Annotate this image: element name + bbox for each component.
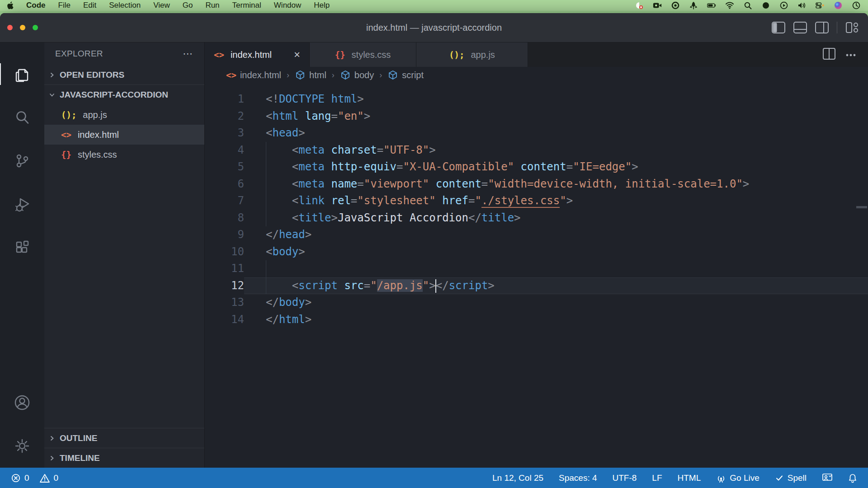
toggle-panel-icon[interactable] — [793, 22, 807, 33]
menu-window[interactable]: Window — [268, 1, 307, 9]
toggle-primary-sidebar-icon[interactable] — [772, 22, 785, 33]
customize-layout-icon[interactable] — [845, 22, 859, 33]
menu-selection[interactable]: Selection — [103, 1, 147, 9]
status-go-live[interactable]: Go Live — [716, 473, 759, 483]
toggle-secondary-sidebar-icon[interactable] — [815, 22, 829, 33]
timeline-label: TIMELINE — [60, 453, 100, 463]
status-spaces-4[interactable]: Spaces: 4 — [559, 473, 597, 483]
token: DOCTYPE html — [279, 93, 357, 105]
token — [514, 160, 520, 173]
menubar-rocket-icon[interactable] — [689, 1, 698, 9]
menubar-control-center-icon[interactable] — [816, 1, 825, 9]
breadcrumb-body[interactable]: body — [340, 70, 374, 80]
menu-code[interactable]: Code — [20, 1, 52, 9]
activitybar-source-control[interactable] — [0, 139, 44, 183]
tab-styles.css[interactable]: {}styles.css — [310, 42, 416, 67]
line-number: 14 — [205, 311, 244, 328]
title-bar[interactable]: index.html — javascript-accordion — [0, 13, 868, 42]
breadcrumb-label: html — [309, 70, 326, 80]
error-icon — [11, 473, 21, 483]
token: body — [272, 245, 298, 258]
token: > — [298, 127, 305, 139]
line-number: 13 — [205, 294, 244, 311]
token: = — [351, 194, 357, 207]
tab-index.html[interactable]: <>index.html× — [205, 42, 310, 67]
line-content: </html> — [244, 311, 868, 328]
activitybar-extensions[interactable] — [0, 226, 44, 269]
tabs-empty-space — [528, 42, 823, 67]
tab-app.js[interactable]: ();app.js — [416, 42, 528, 67]
status-utf-8[interactable]: UTF-8 — [613, 473, 637, 483]
menu-file[interactable]: File — [52, 1, 77, 9]
menubar-search-icon[interactable] — [743, 1, 752, 9]
split-editor-icon[interactable] — [823, 48, 835, 61]
activitybar-run-debug[interactable] — [0, 183, 44, 226]
menubar-record-icon[interactable] — [671, 1, 680, 9]
breadcrumb-script[interactable]: script — [387, 70, 424, 80]
status-ln-12-col-25[interactable]: Ln 12, Col 25 — [492, 473, 543, 483]
menu-edit[interactable]: Edit — [77, 1, 103, 9]
menubar-clock-icon[interactable] — [852, 1, 861, 9]
status-html[interactable]: HTML — [678, 473, 701, 483]
breadcrumb-separator-icon: › — [331, 70, 335, 80]
close-tab-icon[interactable]: × — [294, 48, 300, 61]
activitybar-explorer[interactable] — [0, 52, 44, 96]
menu-terminal[interactable]: Terminal — [226, 1, 268, 9]
menubar-app-badge-icon[interactable] — [635, 1, 644, 9]
menubar-focus-icon[interactable] — [761, 1, 770, 9]
more-actions-icon[interactable] — [845, 51, 856, 59]
js-file-icon: (); — [449, 50, 464, 60]
token: html — [279, 313, 305, 326]
menubar-volume-icon[interactable] — [797, 1, 807, 9]
token: > — [488, 279, 494, 292]
status-spell[interactable]: Spell — [775, 473, 807, 483]
timeline-section[interactable]: TIMELINE — [44, 448, 204, 468]
token — [266, 160, 292, 173]
token: body — [279, 296, 305, 309]
apple-logo-icon[interactable] — [7, 1, 14, 9]
status-feedback[interactable] — [822, 473, 833, 483]
activity-bar — [0, 42, 44, 468]
breadcrumb-separator-icon: › — [286, 70, 290, 80]
token — [298, 110, 305, 122]
symbol-cube-icon — [387, 70, 398, 80]
token: " — [423, 279, 429, 292]
outline-section[interactable]: OUTLINE — [44, 428, 204, 448]
token: meta — [298, 160, 325, 173]
menubar-battery-icon[interactable] — [707, 1, 716, 9]
views-and-more-actions-icon[interactable]: ⋯ — [183, 48, 193, 60]
css-file-icon: {} — [61, 150, 71, 160]
activitybar-search[interactable] — [0, 96, 44, 139]
menubar-play-circle-icon[interactable] — [779, 1, 788, 9]
token: < — [266, 245, 272, 258]
status-bell[interactable] — [848, 473, 857, 483]
status-0[interactable]: 0 — [39, 473, 59, 483]
token: < — [266, 127, 272, 139]
menubar-camera-icon[interactable] — [653, 1, 662, 9]
status-bar: 00 Ln 12, Col 25Spaces: 4UTF-8LFHTMLGo L… — [0, 468, 868, 488]
menu-help[interactable]: Help — [307, 1, 336, 9]
open-editors-section[interactable]: OPEN EDITORS — [44, 65, 204, 85]
menubar-wifi-icon[interactable] — [725, 1, 734, 9]
line-content: <title>JavaScript Accordion</title> — [244, 210, 868, 227]
menubar-siri-icon[interactable] — [834, 1, 843, 9]
breadcrumb-html[interactable]: html — [295, 70, 326, 80]
menu-run[interactable]: Run — [199, 1, 226, 9]
menu-go[interactable]: Go — [176, 1, 199, 9]
line-number: 8 — [205, 210, 244, 227]
breadcrumb-index.html[interactable]: <>index.html — [226, 70, 281, 80]
token: </ — [266, 296, 279, 309]
token: < — [292, 178, 298, 190]
token: < — [292, 279, 298, 292]
file-item-index.html[interactable]: <>index.html — [44, 125, 204, 145]
project-folder-section[interactable]: JAVASCRIPT-ACCORDION — [44, 85, 204, 105]
status-0[interactable]: 0 — [11, 473, 29, 483]
file-item-styles.css[interactable]: {}styles.css — [44, 145, 204, 164]
menu-view[interactable]: View — [147, 1, 176, 9]
activitybar-settings[interactable] — [0, 424, 44, 468]
code-editor[interactable]: 1<!DOCTYPE html>2<html lang="en">3<head>… — [205, 83, 868, 468]
file-item-app.js[interactable]: ();app.js — [44, 105, 204, 125]
status-lf[interactable]: LF — [652, 473, 662, 483]
token: script — [449, 279, 488, 292]
activitybar-account[interactable] — [0, 381, 44, 424]
